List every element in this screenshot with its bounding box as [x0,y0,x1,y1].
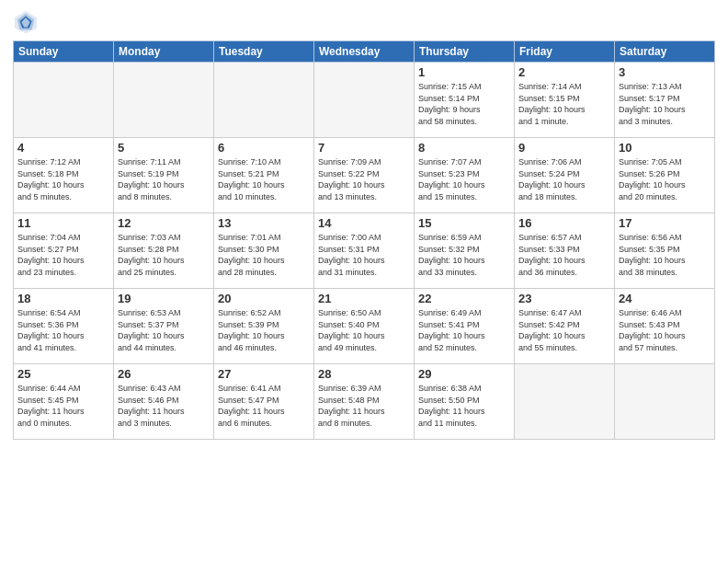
day-info: Sunrise: 6:38 AM Sunset: 5:50 PM Dayligh… [418,383,510,429]
logo [13,9,42,35]
calendar-day-header: Saturday [615,41,715,63]
calendar-cell: 6Sunrise: 7:10 AM Sunset: 5:21 PM Daylig… [214,138,314,213]
calendar-cell: 4Sunrise: 7:12 AM Sunset: 5:18 PM Daylig… [14,138,114,213]
day-info: Sunrise: 7:03 AM Sunset: 5:28 PM Dayligh… [118,232,210,278]
day-number: 27 [218,367,310,381]
calendar-cell: 20Sunrise: 6:52 AM Sunset: 5:39 PM Dayli… [214,289,314,364]
day-info: Sunrise: 7:12 AM Sunset: 5:18 PM Dayligh… [17,156,109,202]
day-info: Sunrise: 6:49 AM Sunset: 5:41 PM Dayligh… [418,307,510,353]
day-number: 2 [518,65,610,79]
day-number: 20 [218,292,310,305]
calendar-cell: 7Sunrise: 7:09 AM Sunset: 5:22 PM Daylig… [314,138,415,213]
calendar-week-row: 4Sunrise: 7:12 AM Sunset: 5:18 PM Daylig… [14,138,715,213]
day-number: 13 [218,216,310,230]
day-info: Sunrise: 6:53 AM Sunset: 5:37 PM Dayligh… [118,307,210,353]
calendar-day-header: Tuesday [214,41,314,63]
day-info: Sunrise: 6:59 AM Sunset: 5:32 PM Dayligh… [418,232,510,278]
calendar-cell: 3Sunrise: 7:13 AM Sunset: 5:17 PM Daylig… [615,63,715,138]
day-number: 10 [619,141,711,155]
day-info: Sunrise: 7:10 AM Sunset: 5:21 PM Dayligh… [218,156,310,202]
calendar-cell [615,364,715,440]
calendar-cell [14,63,114,138]
calendar-cell: 12Sunrise: 7:03 AM Sunset: 5:28 PM Dayli… [114,213,214,289]
calendar-week-row: 1Sunrise: 7:15 AM Sunset: 5:14 PM Daylig… [14,63,715,138]
day-info: Sunrise: 7:07 AM Sunset: 5:23 PM Dayligh… [418,156,510,202]
day-info: Sunrise: 6:52 AM Sunset: 5:39 PM Dayligh… [218,307,310,353]
calendar-day-header: Wednesday [314,41,415,63]
day-number: 14 [318,216,410,230]
day-number: 11 [17,216,109,230]
day-number: 12 [118,216,210,230]
calendar-cell: 9Sunrise: 7:06 AM Sunset: 5:24 PM Daylig… [515,138,615,213]
day-number: 9 [518,141,610,155]
day-info: Sunrise: 6:57 AM Sunset: 5:33 PM Dayligh… [518,232,610,278]
day-number: 17 [619,216,711,230]
day-info: Sunrise: 6:39 AM Sunset: 5:48 PM Dayligh… [318,383,410,429]
calendar-week-row: 11Sunrise: 7:04 AM Sunset: 5:27 PM Dayli… [14,213,715,289]
day-number: 16 [518,216,610,230]
calendar-cell: 17Sunrise: 6:56 AM Sunset: 5:35 PM Dayli… [615,213,715,289]
calendar-cell: 5Sunrise: 7:11 AM Sunset: 5:19 PM Daylig… [114,138,214,213]
day-info: Sunrise: 7:06 AM Sunset: 5:24 PM Dayligh… [518,156,610,202]
day-info: Sunrise: 7:05 AM Sunset: 5:26 PM Dayligh… [619,156,711,202]
day-number: 8 [418,141,510,155]
day-number: 3 [619,65,711,79]
day-info: Sunrise: 7:13 AM Sunset: 5:17 PM Dayligh… [619,81,711,127]
day-number: 15 [418,216,510,230]
calendar-cell [214,63,314,138]
day-info: Sunrise: 7:15 AM Sunset: 5:14 PM Dayligh… [418,81,510,127]
day-number: 5 [118,141,210,155]
calendar-day-header: Sunday [14,41,114,63]
day-info: Sunrise: 6:46 AM Sunset: 5:43 PM Dayligh… [619,307,711,353]
calendar-cell: 2Sunrise: 7:14 AM Sunset: 5:15 PM Daylig… [515,63,615,138]
calendar-cell: 28Sunrise: 6:39 AM Sunset: 5:48 PM Dayli… [314,364,415,440]
calendar-cell: 15Sunrise: 6:59 AM Sunset: 5:32 PM Dayli… [415,213,515,289]
day-info: Sunrise: 6:56 AM Sunset: 5:35 PM Dayligh… [619,232,711,278]
page-header [13,9,715,35]
calendar-cell: 27Sunrise: 6:41 AM Sunset: 5:47 PM Dayli… [214,364,314,440]
calendar-cell: 8Sunrise: 7:07 AM Sunset: 5:23 PM Daylig… [415,138,515,213]
calendar-cell [314,63,415,138]
day-number: 19 [118,292,210,305]
day-number: 1 [418,65,510,79]
day-info: Sunrise: 6:41 AM Sunset: 5:47 PM Dayligh… [218,383,310,429]
calendar-week-row: 18Sunrise: 6:54 AM Sunset: 5:36 PM Dayli… [14,289,715,364]
calendar-cell: 19Sunrise: 6:53 AM Sunset: 5:37 PM Dayli… [114,289,214,364]
calendar-cell: 13Sunrise: 7:01 AM Sunset: 5:30 PM Dayli… [214,213,314,289]
day-info: Sunrise: 7:11 AM Sunset: 5:19 PM Dayligh… [118,156,210,202]
calendar-day-header: Friday [515,41,615,63]
day-number: 7 [318,141,410,155]
calendar-cell: 23Sunrise: 6:47 AM Sunset: 5:42 PM Dayli… [515,289,615,364]
day-number: 28 [318,367,410,381]
calendar-cell: 24Sunrise: 6:46 AM Sunset: 5:43 PM Dayli… [615,289,715,364]
calendar-day-header: Monday [114,41,214,63]
calendar-cell: 25Sunrise: 6:44 AM Sunset: 5:45 PM Dayli… [14,364,114,440]
calendar-cell: 14Sunrise: 7:00 AM Sunset: 5:31 PM Dayli… [314,213,415,289]
day-number: 29 [418,367,510,381]
day-info: Sunrise: 6:43 AM Sunset: 5:46 PM Dayligh… [118,383,210,429]
logo-icon [13,9,39,35]
day-number: 23 [518,292,610,305]
calendar-table: SundayMondayTuesdayWednesdayThursdayFrid… [13,40,715,440]
day-number: 21 [318,292,410,305]
calendar-cell [515,364,615,440]
day-number: 24 [619,292,711,305]
calendar-cell: 26Sunrise: 6:43 AM Sunset: 5:46 PM Dayli… [114,364,214,440]
day-info: Sunrise: 6:44 AM Sunset: 5:45 PM Dayligh… [17,383,109,429]
day-info: Sunrise: 7:00 AM Sunset: 5:31 PM Dayligh… [318,232,410,278]
calendar-cell: 21Sunrise: 6:50 AM Sunset: 5:40 PM Dayli… [314,289,415,364]
calendar-day-header: Thursday [415,41,515,63]
calendar-cell: 16Sunrise: 6:57 AM Sunset: 5:33 PM Dayli… [515,213,615,289]
day-info: Sunrise: 7:01 AM Sunset: 5:30 PM Dayligh… [218,232,310,278]
day-number: 6 [218,141,310,155]
calendar-week-row: 25Sunrise: 6:44 AM Sunset: 5:45 PM Dayli… [14,364,715,440]
day-info: Sunrise: 6:50 AM Sunset: 5:40 PM Dayligh… [318,307,410,353]
day-info: Sunrise: 7:14 AM Sunset: 5:15 PM Dayligh… [518,81,610,127]
calendar-header-row: SundayMondayTuesdayWednesdayThursdayFrid… [14,41,715,63]
calendar-cell: 29Sunrise: 6:38 AM Sunset: 5:50 PM Dayli… [415,364,515,440]
calendar-cell [114,63,214,138]
day-number: 26 [118,367,210,381]
day-number: 18 [17,292,109,305]
day-number: 4 [17,141,109,155]
day-info: Sunrise: 7:04 AM Sunset: 5:27 PM Dayligh… [17,232,109,278]
